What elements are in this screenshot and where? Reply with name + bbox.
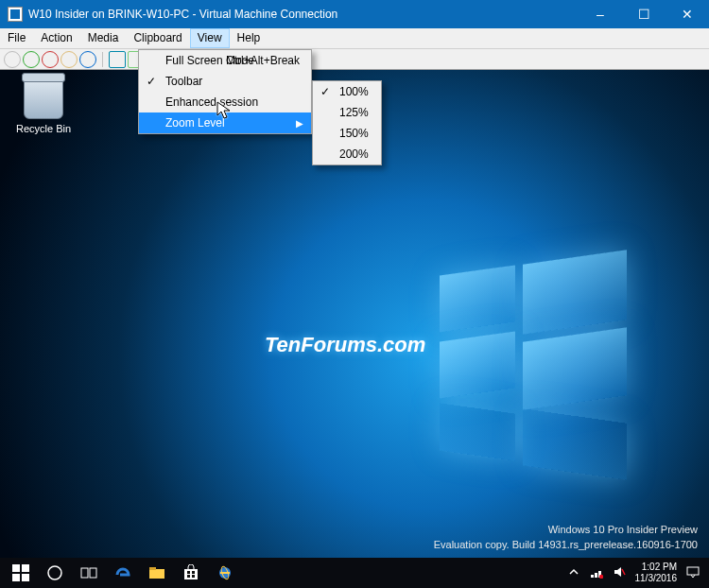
recycle-bin-label: Recycle Bin — [11, 123, 76, 134]
zoom-label: 150% — [339, 127, 369, 140]
zoom-200[interactable]: 200% — [313, 144, 381, 164]
svg-rect-2 — [12, 574, 20, 581]
window-title: W10 Insider on BRINK-W10-PC - Virtual Ma… — [28, 8, 337, 21]
tray-chevron-up-icon[interactable] — [567, 565, 580, 580]
taskbar-edge[interactable] — [106, 558, 140, 588]
start-menu-button[interactable] — [4, 558, 38, 588]
trash-icon — [24, 78, 63, 119]
svg-rect-21 — [687, 567, 699, 575]
svg-rect-9 — [184, 569, 198, 579]
start-button[interactable] — [23, 51, 40, 68]
menu-action[interactable]: Action — [33, 28, 79, 48]
svg-rect-13 — [192, 575, 195, 578]
svg-rect-16 — [591, 575, 594, 578]
minimize-button[interactable]: – — [579, 0, 622, 28]
close-button[interactable]: ✕ — [666, 0, 709, 28]
tray-action-center-icon[interactable] — [686, 565, 700, 580]
menu-item-enhanced-session[interactable]: Enhanced session — [139, 92, 311, 112]
svg-rect-10 — [187, 571, 190, 574]
tray-date: 11/3/2016 — [635, 573, 678, 584]
svg-line-20 — [622, 569, 625, 575]
zoom-150[interactable]: 150% — [313, 123, 381, 144]
menu-item-label: Enhanced session — [165, 95, 258, 109]
pause-button[interactable] — [109, 51, 126, 68]
build-text: Evaluation copy. Build 14931.rs_prerelea… — [434, 538, 698, 552]
edition-text: Windows 10 Pro Insider Preview — [434, 523, 698, 537]
maximize-button[interactable]: ☐ — [622, 0, 666, 28]
zoom-125[interactable]: 125% — [313, 102, 381, 123]
svg-rect-6 — [90, 568, 96, 578]
svg-rect-1 — [22, 564, 29, 572]
shutdown-button[interactable] — [61, 51, 78, 68]
taskbar-ie[interactable] — [208, 558, 242, 588]
menu-media[interactable]: Media — [80, 28, 127, 48]
task-view-button[interactable] — [72, 558, 106, 588]
taskbar-store[interactable] — [174, 558, 208, 588]
turn-off-button[interactable] — [42, 51, 59, 68]
menu-bar: File Action Media Clipboard View Help — [0, 28, 709, 49]
menu-file[interactable]: File — [0, 28, 33, 48]
svg-rect-3 — [22, 574, 29, 581]
zoom-label: 200% — [339, 147, 369, 161]
menu-item-label: Toolbar — [165, 75, 202, 88]
zoom-label: 125% — [339, 106, 369, 119]
svg-rect-0 — [12, 564, 20, 572]
svg-rect-5 — [81, 568, 88, 578]
svg-rect-7 — [149, 569, 164, 579]
title-bar: W10 Insider on BRINK-W10-PC - Virtual Ma… — [0, 0, 709, 28]
zoom-label: 100% — [339, 85, 369, 98]
menu-view[interactable]: View — [190, 28, 230, 48]
svg-rect-12 — [187, 575, 190, 578]
build-info: Windows 10 Pro Insider Preview Evaluatio… — [434, 523, 698, 552]
cortana-button[interactable] — [38, 558, 72, 588]
system-tray: 1:02 PM 11/3/2016 — [567, 562, 706, 584]
taskbar-explorer[interactable] — [140, 558, 174, 588]
check-icon: ✓ — [320, 85, 330, 98]
windows-logo-graphic — [440, 250, 629, 476]
svg-rect-11 — [192, 571, 195, 574]
watermark-text: TenForums.com — [265, 333, 425, 357]
svg-rect-17 — [595, 573, 597, 578]
tray-time: 1:02 PM — [635, 562, 678, 573]
zoom-100[interactable]: ✓ 100% — [313, 81, 381, 102]
view-menu: Full Screen Mode Ctrl+Alt+Break ✓ Toolba… — [138, 49, 312, 134]
toolbar-separator — [102, 52, 103, 67]
menu-clipboard[interactable]: Clipboard — [126, 28, 189, 48]
menu-item-toolbar[interactable]: ✓ Toolbar — [139, 71, 311, 92]
ctrl-alt-del-button[interactable] — [4, 51, 21, 68]
save-button[interactable] — [79, 51, 96, 68]
menu-item-full-screen[interactable]: Full Screen Mode Ctrl+Alt+Break — [139, 50, 311, 71]
app-icon — [8, 7, 23, 22]
menu-item-label: Zoom Level — [165, 116, 225, 130]
zoom-level-submenu: ✓ 100% 125% 150% 200% — [312, 80, 382, 165]
taskbar: 1:02 PM 11/3/2016 — [0, 558, 709, 588]
recycle-bin[interactable]: Recycle Bin — [11, 78, 76, 134]
window-controls: – ☐ ✕ — [579, 0, 709, 28]
svg-rect-8 — [149, 567, 156, 570]
check-icon: ✓ — [147, 75, 156, 88]
svg-point-4 — [48, 566, 61, 579]
menu-item-zoom-level[interactable]: Zoom Level ▶ — [139, 112, 311, 133]
toolbar — [0, 49, 709, 70]
tray-clock[interactable]: 1:02 PM 11/3/2016 — [635, 562, 678, 584]
menu-help[interactable]: Help — [230, 28, 268, 48]
tray-network-icon[interactable] — [590, 565, 603, 580]
tray-volume-icon[interactable] — [613, 565, 626, 580]
menu-item-shortcut: Ctrl+Alt+Break — [226, 54, 300, 67]
submenu-arrow-icon: ▶ — [296, 118, 303, 129]
